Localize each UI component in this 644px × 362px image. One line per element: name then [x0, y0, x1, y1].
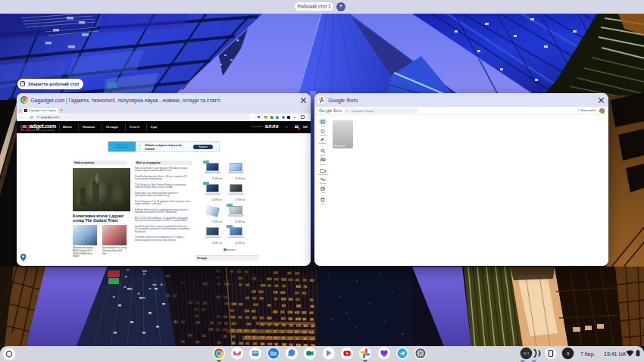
svg-text:40:1: 40:1 — [524, 351, 530, 355]
svg-text:7 бер.: 7 бер. — [580, 351, 596, 357]
svg-text:19:41 UA: 19:41 UA — [604, 351, 627, 357]
svg-text:3: 3 — [567, 351, 569, 356]
